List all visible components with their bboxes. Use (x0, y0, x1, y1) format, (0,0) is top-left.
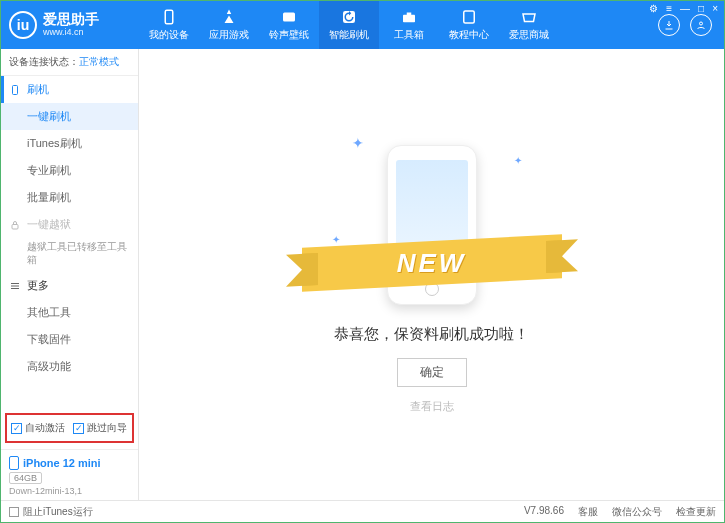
svg-rect-8 (12, 224, 18, 229)
header-actions (658, 14, 716, 36)
toolbox-icon (400, 8, 418, 26)
nav-smart-flash[interactable]: 智能刷机 (319, 1, 379, 49)
status-mode: 正常模式 (79, 56, 119, 67)
user-icon[interactable] (690, 14, 712, 36)
connection-status: 设备连接状态：正常模式 (1, 49, 138, 76)
sidebar-section-more[interactable]: 更多 (1, 272, 138, 299)
sparkle-icon: ✦ (514, 155, 522, 166)
options-highlight: ✓自动激活 ✓跳过向导 (5, 413, 134, 443)
sidebar-item-advanced[interactable]: 高级功能 (1, 353, 138, 380)
sidebar-item-download-firmware[interactable]: 下载固件 (1, 326, 138, 353)
content: 设备连接状态：正常模式 刷机 一键刷机 iTunes刷机 专业刷机 批量刷机 一… (1, 49, 724, 500)
sidebar-item-itunes-flash[interactable]: iTunes刷机 (1, 130, 138, 157)
success-illustration: ✦ ✦ ✦ NEW (332, 135, 532, 315)
app-url: www.i4.cn (43, 28, 99, 38)
window-controls: ⚙ ≡ — □ × (649, 3, 718, 14)
view-log-link[interactable]: 查看日志 (410, 399, 454, 414)
nav-tutorials[interactable]: 教程中心 (439, 1, 499, 49)
device-name[interactable]: iPhone 12 mini (9, 456, 130, 470)
folder-icon (280, 8, 298, 26)
download-icon[interactable] (658, 14, 680, 36)
nav-toolbox[interactable]: 工具箱 (379, 1, 439, 49)
checkbox-skip-guide[interactable]: ✓跳过向导 (73, 421, 127, 435)
ok-button[interactable]: 确定 (397, 358, 467, 387)
checkbox-block-itunes[interactable]: 阻止iTunes运行 (9, 505, 93, 519)
nav-my-device[interactable]: 我的设备 (139, 1, 199, 49)
checkbox-auto-activate[interactable]: ✓自动激活 (11, 421, 65, 435)
settings-icon[interactable]: ⚙ (649, 3, 658, 14)
svg-rect-5 (464, 11, 475, 23)
logo: iu 爱思助手 www.i4.cn (9, 11, 139, 39)
success-message: 恭喜您，保资料刷机成功啦！ (334, 325, 529, 344)
menu-icon (9, 280, 21, 292)
sidebar-section-jailbreak: 一键越狱 (1, 211, 138, 238)
svg-rect-1 (283, 13, 295, 22)
support-link[interactable]: 客服 (578, 505, 598, 519)
main-panel: ✦ ✦ ✦ NEW 恭喜您，保资料刷机成功啦！ 确定 查看日志 (139, 49, 724, 500)
new-banner: NEW (302, 241, 562, 285)
menu-icon[interactable]: ≡ (666, 3, 672, 14)
nav-ringtone-wallpaper[interactable]: 铃声壁纸 (259, 1, 319, 49)
book-icon (460, 8, 478, 26)
storage-badge: 64GB (9, 472, 42, 484)
store-icon (520, 8, 538, 26)
svg-rect-7 (13, 85, 18, 94)
phone-icon (160, 8, 178, 26)
footer-right: V7.98.66 客服 微信公众号 检查更新 (524, 505, 716, 519)
sidebar-item-pro-flash[interactable]: 专业刷机 (1, 157, 138, 184)
nav-store[interactable]: 爱思商城 (499, 1, 559, 49)
jailbreak-note: 越狱工具已转移至工具箱 (1, 238, 138, 272)
lock-icon (9, 219, 21, 231)
app-header: iu 爱思助手 www.i4.cn 我的设备 应用游戏 铃声壁纸 智能刷机 工具… (1, 1, 724, 49)
sidebar-item-oneclick-flash[interactable]: 一键刷机 (1, 103, 138, 130)
minimize-icon[interactable]: — (680, 3, 690, 14)
phone-icon (9, 456, 19, 470)
svg-point-6 (700, 22, 703, 25)
logo-icon: iu (9, 11, 37, 39)
sidebar-section-flash[interactable]: 刷机 (1, 76, 138, 103)
close-icon[interactable]: × (712, 3, 718, 14)
apps-icon (220, 8, 238, 26)
device-subtitle: Down-12mini-13,1 (9, 486, 130, 496)
check-update-link[interactable]: 检查更新 (676, 505, 716, 519)
sparkle-icon: ✦ (352, 135, 364, 151)
nav-apps-games[interactable]: 应用游戏 (199, 1, 259, 49)
svg-rect-4 (407, 13, 412, 16)
footer: 阻止iTunes运行 V7.98.66 客服 微信公众号 检查更新 (1, 500, 724, 522)
sidebar-item-other-tools[interactable]: 其他工具 (1, 299, 138, 326)
wechat-link[interactable]: 微信公众号 (612, 505, 662, 519)
sidebar: 设备连接状态：正常模式 刷机 一键刷机 iTunes刷机 专业刷机 批量刷机 一… (1, 49, 139, 500)
phone-icon (9, 84, 21, 96)
version-label: V7.98.66 (524, 505, 564, 519)
sidebar-item-batch-flash[interactable]: 批量刷机 (1, 184, 138, 211)
maximize-icon[interactable]: □ (698, 3, 704, 14)
main-nav: 我的设备 应用游戏 铃声壁纸 智能刷机 工具箱 教程中心 爱思商城 (139, 1, 658, 49)
refresh-icon (340, 8, 358, 26)
device-info: iPhone 12 mini 64GB Down-12mini-13,1 (1, 452, 138, 500)
svg-rect-3 (403, 15, 415, 23)
app-title: 爱思助手 (43, 12, 99, 27)
svg-rect-0 (165, 10, 173, 24)
